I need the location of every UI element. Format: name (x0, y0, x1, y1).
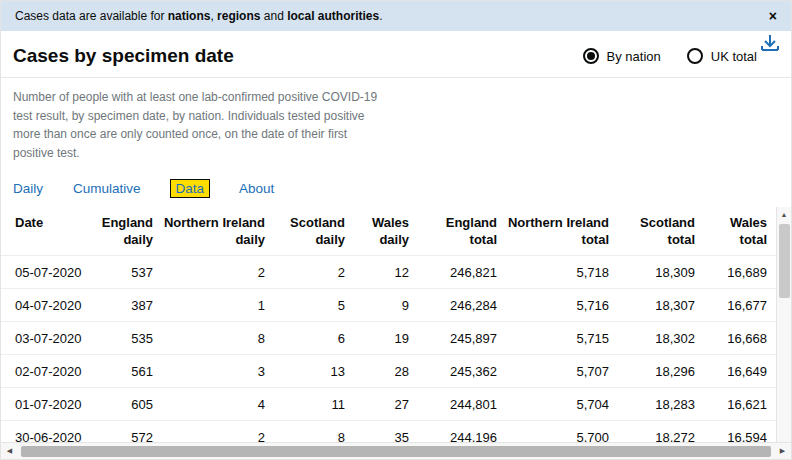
radio-uk-total[interactable]: UK total (687, 48, 757, 64)
value-cell: 5,704 (507, 388, 619, 421)
column-header: Walesdaily (355, 207, 419, 255)
value-cell: 18,302 (619, 322, 705, 355)
date-cell: 01-07-2020 (1, 388, 101, 421)
value-cell: 6 (275, 322, 355, 355)
date-cell: 03-07-2020 (1, 322, 101, 355)
value-cell: 18,283 (619, 388, 705, 421)
value-cell: 16,621 (705, 388, 776, 421)
date-cell: 05-07-2020 (1, 256, 101, 289)
vertical-scrollbar[interactable]: ▲ ▼ (776, 207, 791, 460)
value-cell: 28 (355, 355, 419, 388)
value-cell: 12 (355, 256, 419, 289)
value-cell: 18,296 (619, 355, 705, 388)
date-cell: 04-07-2020 (1, 289, 101, 322)
availability-banner: Cases data are available for nations, re… (1, 1, 791, 31)
nation-toggle-group: By nation UK total (583, 48, 775, 64)
column-header: Englanddaily (101, 207, 163, 255)
scroll-left-button[interactable]: ◀ (1, 443, 18, 460)
value-cell: 244,801 (419, 388, 507, 421)
column-header: Northern Irelandtotal (507, 207, 619, 255)
radio-circle-icon (687, 48, 703, 64)
table-body: 05-07-20205372212246,8215,71818,30916,68… (1, 256, 776, 460)
column-header: Walestotal (705, 207, 776, 255)
download-icon[interactable] (759, 33, 781, 55)
value-cell: 13 (275, 355, 355, 388)
scroll-right-button[interactable]: ▶ (774, 443, 791, 460)
table-row: 02-07-202056131328245,3625,70718,29616,6… (1, 355, 776, 388)
value-cell: 5 (275, 289, 355, 322)
value-cell: 16,677 (705, 289, 776, 322)
table-scroll-area: DateEnglanddailyNorthern IrelanddailySco… (1, 207, 776, 460)
page-title: Cases by specimen date (13, 45, 234, 67)
column-header: Scotlandtotal (619, 207, 705, 255)
table-row: 01-07-202060541127244,8015,70418,28316,6… (1, 388, 776, 421)
value-cell: 11 (275, 388, 355, 421)
value-cell: 16,649 (705, 355, 776, 388)
value-cell: 16,668 (705, 322, 776, 355)
value-cell: 2 (275, 256, 355, 289)
value-cell: 18,307 (619, 289, 705, 322)
column-header: Northern Irelanddaily (163, 207, 275, 255)
value-cell: 561 (101, 355, 163, 388)
table-row: 03-07-20205358619245,8975,71518,30216,66… (1, 322, 776, 355)
value-cell: 537 (101, 256, 163, 289)
value-cell: 246,284 (419, 289, 507, 322)
value-cell: 5,718 (507, 256, 619, 289)
value-cell: 8 (163, 322, 275, 355)
table-viewport: DateEnglanddailyNorthern IrelanddailySco… (1, 207, 791, 460)
panel-description: Number of people with at least one lab-c… (1, 78, 403, 172)
value-cell: 5,707 (507, 355, 619, 388)
value-cell: 387 (101, 289, 163, 322)
value-cell: 245,362 (419, 355, 507, 388)
table-row: 05-07-20205372212246,8215,71818,30916,68… (1, 256, 776, 289)
tab-bar: Daily Cumulative Data About (1, 172, 791, 207)
value-cell: 605 (101, 388, 163, 421)
radio-by-nation[interactable]: By nation (583, 48, 661, 64)
panel-header: Cases by specimen date By nation UK tota… (1, 31, 791, 77)
value-cell: 5,716 (507, 289, 619, 322)
value-cell: 5,715 (507, 322, 619, 355)
horizontal-scrollbar[interactable]: ◀ ▶ (1, 442, 791, 459)
close-icon[interactable]: × (769, 9, 777, 23)
value-cell: 18,309 (619, 256, 705, 289)
radio-label: UK total (711, 49, 757, 64)
value-cell: 246,821 (419, 256, 507, 289)
horizontal-scrollbar-thumb[interactable] (21, 446, 771, 457)
radio-label: By nation (607, 49, 661, 64)
value-cell: 9 (355, 289, 419, 322)
cases-panel: Cases data are available for nations, re… (0, 0, 792, 460)
scroll-up-button[interactable]: ▲ (777, 207, 792, 222)
value-cell: 4 (163, 388, 275, 421)
value-cell: 1 (163, 289, 275, 322)
table-header-row: DateEnglanddailyNorthern IrelanddailySco… (1, 207, 776, 255)
value-cell: 2 (163, 256, 275, 289)
table-header: DateEnglanddailyNorthern IrelanddailySco… (1, 207, 776, 255)
value-cell: 27 (355, 388, 419, 421)
column-header: Englandtotal (419, 207, 507, 255)
radio-circle-icon (583, 48, 599, 64)
column-header: Date (1, 207, 101, 255)
tab-data[interactable]: Data (171, 180, 210, 197)
banner-text: Cases data are available for nations, re… (15, 9, 383, 23)
tab-cumulative[interactable]: Cumulative (73, 181, 141, 196)
date-cell: 02-07-2020 (1, 355, 101, 388)
table-row: 04-07-2020387159246,2845,71618,30716,677 (1, 289, 776, 322)
tab-about[interactable]: About (239, 181, 274, 196)
value-cell: 245,897 (419, 322, 507, 355)
value-cell: 3 (163, 355, 275, 388)
value-cell: 16,689 (705, 256, 776, 289)
vertical-scrollbar-thumb[interactable] (779, 224, 790, 298)
column-header: Scotlanddaily (275, 207, 355, 255)
tab-daily[interactable]: Daily (13, 181, 43, 196)
value-cell: 19 (355, 322, 419, 355)
data-table: DateEnglanddailyNorthern IrelanddailySco… (1, 207, 776, 460)
value-cell: 535 (101, 322, 163, 355)
